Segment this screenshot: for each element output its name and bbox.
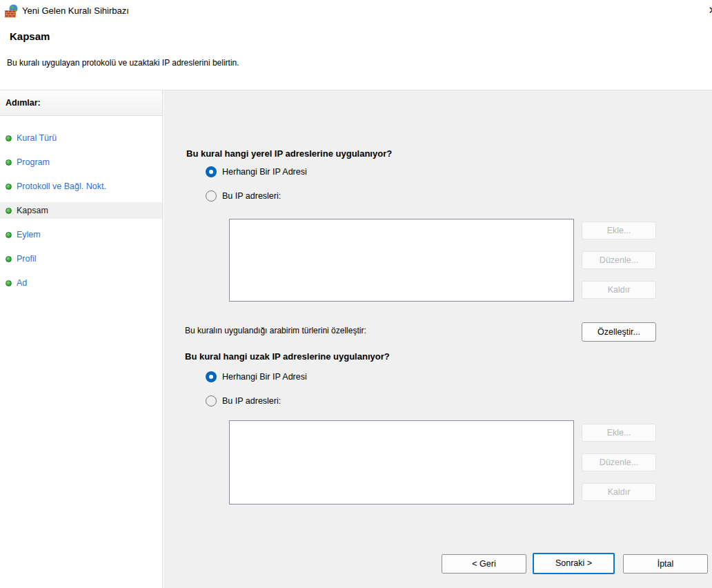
title-bar: Yeni Gelen Kuralı Sihirbazı ✕ — [0, 0, 712, 22]
step-bullet-icon — [6, 208, 12, 214]
step-label: Eylem — [17, 230, 41, 239]
next-button[interactable]: Sonraki > — [533, 553, 615, 574]
remote-remove-button[interactable]: Kaldır — [582, 483, 656, 501]
sidebar-item-ad[interactable]: Ad — [0, 275, 162, 291]
close-icon[interactable]: ✕ — [708, 4, 712, 17]
sidebar-item-eylem[interactable]: Eylem — [0, 226, 162, 243]
sidebar-item-kapsam[interactable]: Kapsam — [0, 202, 162, 219]
step-label: Program — [17, 157, 50, 167]
step-label: Kural Türü — [17, 133, 57, 143]
sidebar-item-program[interactable]: Program — [0, 154, 162, 170]
radio-label: Bu IP adresleri: — [222, 191, 281, 201]
local-ip-listbox[interactable] — [229, 219, 574, 302]
step-bullet-icon — [6, 232, 12, 238]
cancel-button[interactable]: İptal — [623, 554, 708, 574]
remote-edit-button[interactable]: Düzenle... — [582, 453, 656, 471]
sidebar-item-profil[interactable]: Profil — [0, 251, 162, 267]
radio-unchecked-icon[interactable] — [206, 190, 217, 202]
steps-sidebar: Adımlar: Kural Türü Program Protokoll ve… — [0, 90, 163, 588]
radio-label: Bu IP adresleri: — [222, 396, 281, 406]
steps-list: Kural Türü Program Protokoll ve Bağl. No… — [0, 130, 162, 291]
sidebar-item-kural-turu[interactable]: Kural Türü — [0, 130, 162, 146]
step-bullet-icon — [6, 184, 12, 190]
firewall-icon — [5, 4, 19, 18]
back-button[interactable]: < Geri — [442, 554, 526, 574]
remote-ip-listbox[interactable] — [229, 420, 574, 504]
local-ip-question: Bu kural hangi yerel IP adreslerine uygu… — [186, 148, 392, 159]
step-bullet-icon — [6, 256, 12, 262]
remote-any-ip-option[interactable]: Herhangi Bir IP Adresi — [206, 371, 307, 382]
local-edit-button[interactable]: Düzenle... — [582, 251, 656, 269]
page-title: Kapsam — [10, 30, 50, 42]
step-bullet-icon — [6, 135, 12, 141]
remote-add-button[interactable]: Ekle... — [582, 424, 656, 442]
local-these-ip-option[interactable]: Bu IP adresleri: — [206, 190, 281, 202]
step-bullet-icon — [6, 280, 12, 286]
radio-checked-icon[interactable] — [206, 371, 217, 382]
local-add-button[interactable]: Ekle... — [582, 222, 656, 239]
local-any-ip-option[interactable]: Herhangi Bir IP Adresi — [206, 166, 307, 177]
page-subtitle: Bu kuralı uygulayan protokolü ve uzaktak… — [7, 58, 239, 68]
radio-label: Herhangi Bir IP Adresi — [222, 167, 307, 177]
step-label: Ad — [17, 278, 27, 288]
remote-ip-question: Bu kural hangi uzak IP adreslerine uygul… — [185, 351, 390, 362]
radio-unchecked-icon[interactable] — [206, 395, 217, 406]
wizard-content: Bu kural hangi yerel IP adreslerine uygu… — [164, 90, 712, 588]
radio-checked-icon[interactable] — [206, 166, 217, 177]
customize-button[interactable]: Özelleştir... — [582, 322, 656, 342]
radio-label: Herhangi Bir IP Adresi — [222, 372, 307, 382]
sidebar-item-protokol[interactable]: Protokoll ve Bağl. Nokt. — [0, 178, 162, 195]
steps-header: Adımlar: — [0, 90, 162, 116]
window-title: Yeni Gelen Kuralı Sihirbazı — [22, 6, 129, 16]
interface-types-label: Bu kuralın uygulandığı arabirim türlerin… — [185, 326, 366, 335]
step-label: Kapsam — [17, 206, 48, 215]
step-bullet-icon — [6, 159, 12, 166]
step-label: Profil — [17, 254, 36, 264]
step-label: Protokoll ve Bağl. Nokt. — [17, 182, 106, 191]
remote-these-ip-option[interactable]: Bu IP adresleri: — [206, 395, 281, 406]
local-remove-button[interactable]: Kaldır — [582, 281, 656, 299]
wizard-header: Kapsam Bu kuralı uygulayan protokolü ve … — [0, 22, 712, 90]
